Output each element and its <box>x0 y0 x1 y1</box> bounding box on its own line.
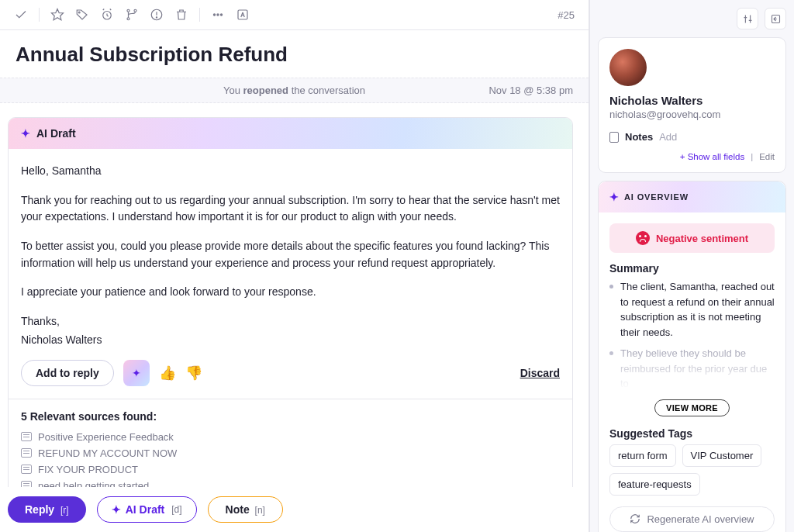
svg-point-3 <box>127 9 129 12</box>
svg-rect-12 <box>238 10 247 19</box>
conversation-scroll[interactable]: ✦ AI Draft Hello, Samantha Thank you for… <box>0 103 589 487</box>
summary-item: They believe they should be reimbursed f… <box>609 346 775 392</box>
ai-draft-body: Hello, Samantha Thank you for reaching o… <box>9 149 572 360</box>
regenerate-overview-button[interactable]: Regenerate AI overview <box>609 506 775 532</box>
toolbar: #25 <box>0 0 589 30</box>
svg-point-4 <box>127 18 129 20</box>
note-button[interactable]: Note [n] <box>208 496 283 523</box>
sentiment-badge: Negative sentiment <box>609 223 775 253</box>
sad-face-icon <box>636 231 650 245</box>
conversation-icon <box>21 432 32 441</box>
expand-icon[interactable] <box>765 8 786 29</box>
draft-p3: I appreciate your patience and look forw… <box>21 284 560 301</box>
ai-draft-header: ✦ AI Draft <box>9 118 572 149</box>
ai-overview-header: ✦ AI OVERVIEW <box>599 181 785 212</box>
spam-icon[interactable] <box>150 8 164 22</box>
thumbs-up-icon[interactable]: 👍 <box>159 364 176 382</box>
source-item[interactable]: FIX YOUR PRODUCT <box>21 461 560 478</box>
ai-draft-card: ✦ AI Draft Hello, Samantha Thank you for… <box>8 117 573 487</box>
discard-button[interactable]: Discard <box>520 367 560 379</box>
draft-signature: Nicholas Walters <box>21 332 560 349</box>
thumbs-down-icon[interactable]: 👎 <box>185 364 202 382</box>
bottom-actions: Reply [r] ✦ AI Draft [d] Note [n] <box>0 487 589 532</box>
sparkle-icon: ✦ <box>112 503 121 516</box>
notes-row: Notes Add <box>609 131 775 143</box>
check-icon[interactable] <box>14 8 28 22</box>
more-icon[interactable] <box>211 8 225 22</box>
sparkle-icon: ✦ <box>609 191 620 203</box>
avatar[interactable] <box>609 49 647 86</box>
show-all-fields-link[interactable]: + Show all fields <box>680 152 744 161</box>
source-item[interactable]: Positive Experience Feedback <box>21 429 560 445</box>
svg-marker-0 <box>52 9 64 20</box>
svg-point-11 <box>220 14 222 16</box>
draft-p1: Thank you for reaching out to us regardi… <box>21 192 560 226</box>
add-note-link[interactable]: Add <box>659 131 677 143</box>
ai-draft-button[interactable]: ✦ AI Draft [d] <box>97 496 197 523</box>
sparkle-icon: ✦ <box>21 127 30 140</box>
star-icon[interactable] <box>50 8 64 22</box>
svg-point-9 <box>213 14 215 16</box>
add-to-reply-button[interactable]: Add to reply <box>21 360 114 386</box>
svg-point-1 <box>78 12 80 13</box>
reopen-banner: You reopened the conversation Nov 18 @ 5… <box>0 78 589 103</box>
draft-p2: To better assist you, could you please p… <box>21 238 560 271</box>
summary-item: The client, Samantha, reached out to req… <box>609 279 775 340</box>
summary-label: Summary <box>609 262 775 275</box>
svg-point-8 <box>156 17 157 18</box>
conversation-icon <box>21 465 32 474</box>
tag-icon[interactable] <box>75 8 89 22</box>
banner-text: You reopened the conversation <box>223 85 365 96</box>
notes-icon <box>609 132 619 143</box>
main-panel: #25 Annual Subscription Refund You reope… <box>0 0 589 532</box>
conversation-icon <box>21 481 32 487</box>
customer-card: Nicholas Walters nicholas@groovehq.com N… <box>598 37 786 173</box>
tag[interactable]: VIP Customer <box>682 444 762 467</box>
tag[interactable]: feature-requests <box>609 473 700 496</box>
view-more-button[interactable]: VIEW MORE <box>654 399 730 416</box>
svg-point-5 <box>134 9 136 12</box>
ai-overview-card: ✦ AI OVERVIEW Negative sentiment Summary… <box>598 181 786 532</box>
ticket-number: #25 <box>558 9 575 21</box>
sources-title: 5 Relevant sources found: <box>21 410 560 423</box>
trash-icon[interactable] <box>174 8 188 22</box>
banner-timestamp: Nov 18 @ 5:38 pm <box>488 85 573 96</box>
snooze-icon[interactable] <box>100 8 114 22</box>
notes-label: Notes <box>625 131 653 143</box>
branch-icon[interactable] <box>125 8 139 22</box>
customer-name: Nicholas Walters <box>609 94 775 107</box>
ai-draft-actions: Add to reply ✦ 👍 👎 Discard <box>9 360 572 399</box>
regenerate-draft-button[interactable]: ✦ <box>123 360 150 386</box>
conversation-icon <box>21 448 32 458</box>
draft-greeting: Hello, Samantha <box>21 163 560 180</box>
sliders-icon[interactable] <box>737 8 758 29</box>
source-item[interactable]: REFUND MY ACCOUNT NOW <box>21 445 560 461</box>
suggested-tags: return form VIP Customer feature-request… <box>609 444 775 496</box>
tag[interactable]: return form <box>609 444 676 467</box>
suggested-tags-label: Suggested Tags <box>609 427 775 440</box>
reply-button[interactable]: Reply [r] <box>8 496 86 523</box>
edit-customer-link[interactable]: Edit <box>759 152 775 161</box>
summary-bullets: The client, Samantha, reached out to req… <box>609 279 775 392</box>
draft-signoff: Thanks, <box>21 313 560 330</box>
translate-icon[interactable] <box>236 8 250 22</box>
source-item[interactable]: need help getting started <box>21 478 560 488</box>
svg-point-10 <box>217 14 219 16</box>
page-title: Annual Subscription Refund <box>16 43 573 67</box>
sources-section: 5 Relevant sources found: Positive Exper… <box>9 399 572 488</box>
sidebar: Nicholas Walters nicholas@groovehq.com N… <box>589 0 794 532</box>
ai-draft-header-label: AI Draft <box>36 127 76 140</box>
customer-email: nicholas@groovehq.com <box>609 109 775 120</box>
